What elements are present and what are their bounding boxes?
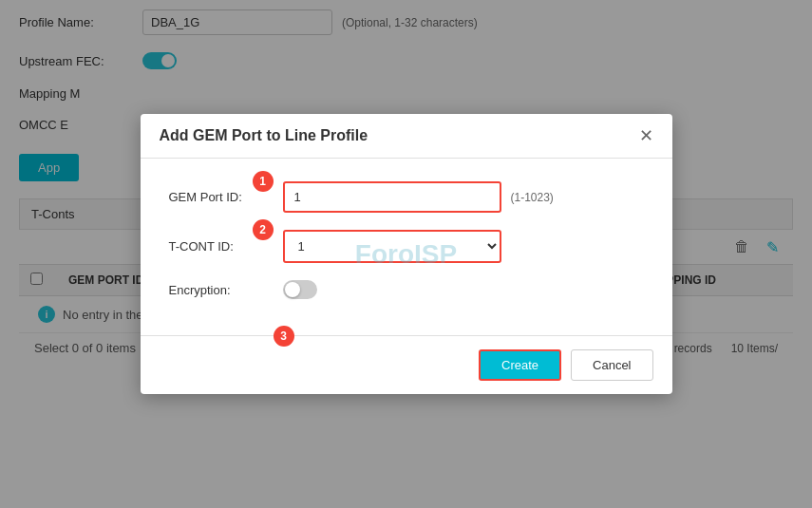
gem-port-id-label: GEM Port ID: <box>169 190 283 204</box>
encryption-toggle[interactable] <box>283 280 317 299</box>
gem-port-id-input[interactable] <box>283 181 501 213</box>
step-3-badge: 3 <box>274 326 294 347</box>
encryption-label: Encryption: <box>169 283 283 297</box>
modal-footer: 3 Create Cancel <box>141 335 672 394</box>
tcont-id-row: 2 T-CONT ID: 1 2 3 <box>169 230 644 263</box>
close-modal-button[interactable]: ✕ <box>639 127 653 144</box>
step-1-badge: 1 <box>253 171 274 192</box>
modal-title: Add GEM Port to Line Profile <box>160 127 368 144</box>
step-2-badge: 2 <box>253 219 274 240</box>
modal-overlay: ForoISP Add GEM Port to Line Profile ✕ 1… <box>0 0 812 508</box>
encryption-row: Encryption: <box>169 280 644 299</box>
gem-port-id-hint: (1-1023) <box>511 191 554 204</box>
create-button[interactable]: Create <box>479 349 561 381</box>
modal-body: 1 GEM Port ID: (1-1023) 2 T-CONT ID: 1 2… <box>141 159 672 335</box>
gem-port-id-row: 1 GEM Port ID: (1-1023) <box>169 181 644 213</box>
cancel-button[interactable]: Cancel <box>571 349 652 381</box>
tcont-id-label: T-CONT ID: <box>169 239 283 254</box>
modal-header: Add GEM Port to Line Profile ✕ <box>141 114 672 159</box>
tcont-id-select[interactable]: 1 2 3 <box>283 230 501 263</box>
add-gem-port-modal: Add GEM Port to Line Profile ✕ 1 GEM Por… <box>141 114 672 394</box>
